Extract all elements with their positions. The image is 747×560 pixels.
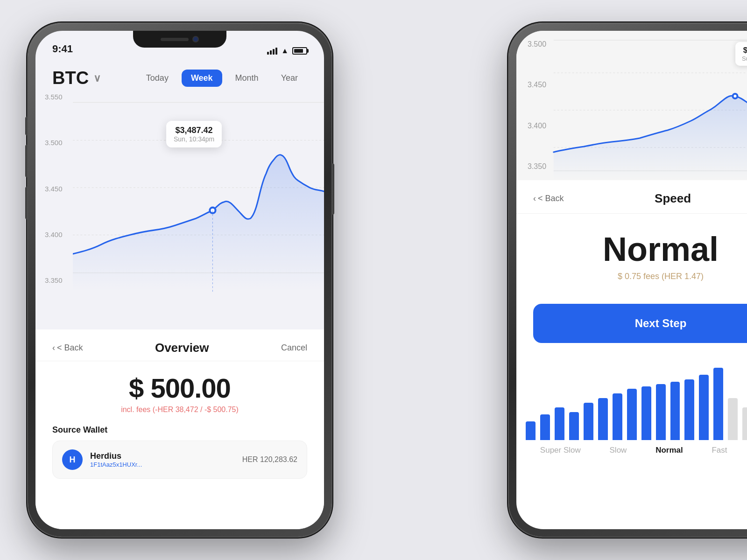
next-step-button[interactable]: Next Step (533, 304, 747, 343)
source-wallet-label: Source Wallet (52, 425, 307, 435)
time-tabs: Today Week Month Year (137, 70, 307, 87)
btc-title[interactable]: BTC ∨ (52, 68, 101, 88)
chart-area: BTC ∨ Today Week Month Year 3.550 3.500 (35, 59, 324, 329)
front-camera (192, 36, 199, 42)
y-label-4: 3.400 (45, 231, 63, 238)
mute-button[interactable] (25, 117, 28, 135)
speed-label-normal[interactable]: Normal (655, 446, 683, 455)
chevron-left-icon: ‹ (52, 343, 55, 353)
right-chart-svg (516, 31, 747, 180)
power-button[interactable] (331, 163, 334, 215)
right-tooltip-price: $3,487.42 (742, 46, 747, 55)
status-time: 9:41 (52, 43, 73, 55)
battery-icon (292, 47, 307, 55)
speed-label-slow[interactable]: Slow (610, 446, 627, 455)
volume-up-button[interactable] (25, 145, 28, 177)
chart-svg (73, 93, 324, 292)
speed-bar-10 (656, 384, 666, 440)
speed-fees: $ 0.75 fees (HER 1.47) (533, 272, 747, 281)
speed-bar-1 (526, 421, 536, 440)
speed-bar-16 (742, 407, 747, 440)
speed-bar-12 (684, 379, 694, 440)
chart-canvas: 3.550 3.500 3.450 3.400 3.350 (35, 93, 324, 294)
amount-sub: incl. fees (-HER 38,472 / -$ 500.75) (52, 406, 307, 414)
status-icons: ▲ (267, 47, 307, 55)
tab-today[interactable]: Today (137, 70, 178, 87)
screen-content: ‹ < Back Overview Cancel $ 500.00 incl. … (35, 329, 324, 529)
right-phone-shell: 3.500 3.450 3.400 3.350 (509, 23, 747, 537)
speaker (161, 38, 189, 41)
wallet-info: Herdius 1F1tAaz5x1HUXr... (90, 451, 142, 468)
right-nav-title: Speed (655, 191, 691, 206)
right-nav-bar: ‹ < Back Speed ○ (516, 180, 747, 214)
speed-bar-13 (699, 375, 709, 440)
speed-bar-14 (713, 368, 723, 440)
overview-amount: $ 500.00 incl. fees (-HER 38,472 / -$ 50… (35, 361, 324, 418)
wallet-card[interactable]: H Herdius 1F1tAaz5x1HUXr... HER 120,283.… (52, 441, 307, 479)
speed-bar-15 (728, 398, 738, 440)
back-label: < Back (57, 343, 83, 353)
left-screen: 9:41 ▲ (35, 31, 324, 529)
tab-month[interactable]: Month (226, 70, 268, 87)
speed-label-fast[interactable]: Fast (712, 446, 727, 455)
right-screen: 3.500 3.450 3.400 3.350 (516, 31, 747, 529)
speed-bar-7 (613, 393, 622, 440)
wallet-balance: HER 120,283.62 (242, 455, 297, 464)
wallet-name: Herdius (90, 451, 142, 461)
speed-bar-4 (569, 412, 579, 440)
chart-header: BTC ∨ Today Week Month Year (35, 59, 324, 93)
y-label-5: 3.350 (45, 276, 63, 284)
chevron-down-icon: ∨ (93, 72, 101, 84)
signal-icon (267, 48, 277, 55)
y-label-2: 3.500 (45, 139, 63, 147)
source-wallet-section: Source Wallet H Herdius 1F1tAaz5x1HUXr..… (35, 418, 324, 479)
right-chart-area: 3.500 3.450 3.400 3.350 (516, 31, 747, 180)
wallet-address: 1F1tAaz5x1HUXr... (90, 461, 142, 468)
speed-bar-9 (641, 386, 651, 440)
cancel-button[interactable]: Cancel (281, 343, 307, 353)
nav-title: Overview (155, 341, 209, 355)
svg-point-14 (733, 95, 736, 98)
btc-label: BTC (52, 68, 89, 88)
right-back-button[interactable]: ‹ < Back (533, 194, 564, 203)
y-label-1: 3.550 (45, 93, 63, 101)
right-phone: 3.500 3.450 3.400 3.350 (509, 23, 747, 537)
speed-value: Normal (533, 232, 747, 266)
nav-bar: ‹ < Back Overview Cancel (35, 329, 324, 361)
speed-labels: Super Slow Slow Normal Fast Supe... (516, 440, 747, 455)
right-chart-tooltip: $3,487.42 Sun, 10:34pm (735, 42, 747, 66)
wifi-icon: ▲ (281, 47, 289, 55)
speed-bar-5 (584, 403, 593, 440)
right-tooltip-time: Sun, 10:34pm (742, 55, 747, 62)
left-phone-shell: 9:41 ▲ (28, 23, 331, 537)
speed-bar-8 (627, 389, 637, 440)
speed-bars (516, 356, 747, 440)
speed-section: Normal $ 0.75 fees (HER 1.47) (516, 214, 747, 291)
right-chevron-left-icon: ‹ (533, 194, 536, 203)
speed-bar-11 (670, 382, 680, 440)
y-label-3: 3.450 (45, 185, 63, 193)
speed-bar-3 (555, 407, 564, 440)
notch (133, 31, 226, 48)
tab-week[interactable]: Week (182, 70, 222, 87)
back-button[interactable]: ‹ < Back (52, 343, 83, 353)
amount-value: $ 500.00 (52, 372, 307, 404)
speed-label-superslow[interactable]: Super Slow (540, 446, 581, 455)
wallet-avatar: H (62, 449, 83, 470)
speed-bar-6 (598, 398, 608, 440)
chart-y-labels: 3.550 3.500 3.450 3.400 3.350 (45, 93, 63, 284)
speed-bar-2 (540, 414, 550, 440)
left-phone: 9:41 ▲ (28, 23, 331, 537)
right-back-label: < Back (538, 194, 564, 203)
volume-down-button[interactable] (25, 187, 28, 219)
tab-year[interactable]: Year (272, 70, 307, 87)
